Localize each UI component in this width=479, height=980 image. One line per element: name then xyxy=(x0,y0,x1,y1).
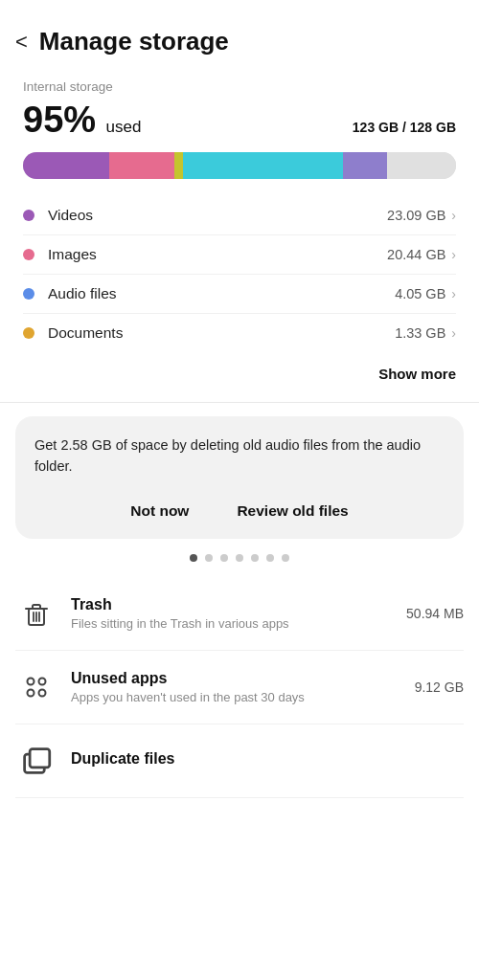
apps-icon xyxy=(15,666,57,708)
chevron-icon: › xyxy=(451,208,456,223)
svg-point-7 xyxy=(39,678,46,684)
bar-segment xyxy=(174,152,183,179)
usage-left: 95% used xyxy=(23,100,141,141)
category-size: 4.05 GB xyxy=(395,286,445,301)
bar-segment xyxy=(343,152,386,179)
header: < Manage storage xyxy=(0,0,479,72)
bar-segment xyxy=(387,152,456,179)
item-title: Trash xyxy=(71,596,399,613)
trash-icon xyxy=(15,592,57,635)
item-title: Duplicate files xyxy=(71,750,464,768)
svg-rect-11 xyxy=(30,748,50,767)
items-list: Trash Files sitting in the Trash in vari… xyxy=(0,577,479,798)
item-title: Unused apps xyxy=(71,670,407,687)
category-dot xyxy=(23,210,34,221)
category-name: Audio files xyxy=(48,285,395,302)
item-info: Trash Files sitting in the Trash in vari… xyxy=(71,596,399,631)
category-name: Videos xyxy=(48,207,387,224)
category-size: 23.09 GB xyxy=(387,208,445,223)
section-label: Internal storage xyxy=(23,79,456,94)
item-row-unused-apps[interactable]: Unused apps Apps you haven't used in the… xyxy=(15,651,464,724)
dot-indicator-5 xyxy=(266,554,274,562)
category-size: 20.44 GB xyxy=(387,247,445,262)
back-button[interactable]: < xyxy=(15,32,28,53)
dot-indicator-2 xyxy=(220,554,228,562)
page: < Manage storage Internal storage 95% us… xyxy=(0,0,479,980)
chevron-icon: › xyxy=(451,286,456,301)
suggestion-card: Get 2.58 GB of space by deleting old aud… xyxy=(15,416,464,539)
usage-percent: 95% xyxy=(23,100,96,140)
category-size: 1.33 GB xyxy=(395,325,445,341)
svg-point-9 xyxy=(39,689,46,696)
suggestion-actions: Not now Review old files xyxy=(34,495,445,527)
dot-indicator-4 xyxy=(251,554,259,562)
category-dot xyxy=(23,288,34,300)
item-row-duplicate-files[interactable]: Duplicate files xyxy=(15,724,464,798)
dot-indicator-1 xyxy=(205,554,213,562)
item-size: 9.12 GB xyxy=(415,679,464,695)
item-row-trash[interactable]: Trash Files sitting in the Trash in vari… xyxy=(15,577,464,651)
bar-segment xyxy=(183,152,343,179)
bar-segment xyxy=(23,152,109,179)
show-more[interactable]: Show more xyxy=(23,356,456,387)
dot-indicator-0 xyxy=(190,554,197,562)
storage-bar xyxy=(23,152,456,179)
category-dot xyxy=(23,249,34,260)
category-name: Documents xyxy=(48,324,395,342)
svg-point-6 xyxy=(28,678,34,684)
item-subtitle: Files sitting in the Trash in various ap… xyxy=(71,616,399,631)
item-info: Duplicate files xyxy=(71,750,464,770)
item-size: 50.94 MB xyxy=(406,606,464,621)
show-more-button[interactable]: Show more xyxy=(378,366,456,382)
suggestion-text: Get 2.58 GB of space by deleting old aud… xyxy=(34,435,445,478)
usage-used-label: used xyxy=(106,118,142,136)
category-item-audio-files[interactable]: Audio files 4.05 GB › xyxy=(23,275,456,314)
category-dot xyxy=(23,327,34,339)
usage-row: 95% used 123 GB / 128 GB xyxy=(23,100,456,141)
item-subtitle: Apps you haven't used in the past 30 day… xyxy=(71,690,407,704)
category-name: Images xyxy=(48,246,387,263)
category-item-images[interactable]: Images 20.44 GB › xyxy=(23,235,456,275)
category-list: Videos 23.09 GB › Images 20.44 GB › Audi… xyxy=(23,196,456,352)
category-item-documents[interactable]: Documents 1.33 GB › xyxy=(23,314,456,352)
dot-indicator-3 xyxy=(236,554,243,562)
dots-indicator xyxy=(0,554,479,562)
not-now-button[interactable]: Not now xyxy=(121,495,198,527)
chevron-icon: › xyxy=(451,247,456,262)
page-title: Manage storage xyxy=(39,27,229,56)
bar-segment xyxy=(109,152,174,179)
item-info: Unused apps Apps you haven't used in the… xyxy=(71,670,407,704)
chevron-icon: › xyxy=(451,325,456,341)
divider xyxy=(0,402,479,403)
dot-indicator-6 xyxy=(282,554,289,562)
svg-point-8 xyxy=(28,689,34,696)
storage-section: Internal storage 95% used 123 GB / 128 G… xyxy=(0,72,479,402)
svg-rect-2 xyxy=(33,605,40,609)
duplicate-icon xyxy=(15,740,57,782)
review-old-files-button[interactable]: Review old files xyxy=(227,495,357,527)
category-item-videos[interactable]: Videos 23.09 GB › xyxy=(23,196,456,235)
usage-total: 123 GB / 128 GB xyxy=(353,120,456,135)
